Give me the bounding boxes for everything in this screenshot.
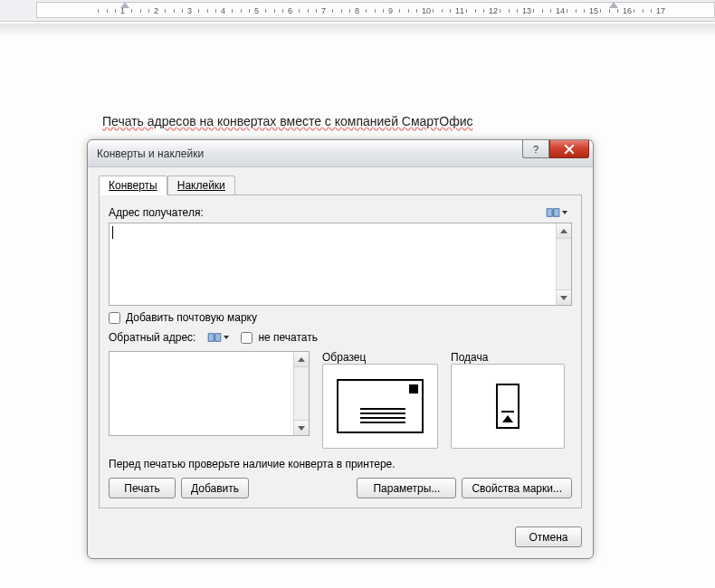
scroll-up-icon[interactable] (557, 223, 571, 239)
add-button[interactable]: Добавить (181, 478, 249, 498)
printer-hint-text: Перед печатью проверьте наличие конверта… (109, 458, 572, 470)
sample-label: Образец (322, 351, 438, 364)
scrollbar-vertical[interactable] (556, 223, 571, 305)
ruler-tick: 16 (623, 6, 632, 15)
add-stamp-checkbox[interactable]: Добавить почтовую марку (109, 311, 572, 324)
address-book-icon (207, 332, 222, 343)
tab-panel-envelopes: Адрес получателя: (99, 195, 582, 508)
options-button[interactable]: Параметры... (357, 478, 456, 498)
ruler-tick: 4 (221, 6, 225, 15)
return-address-label: Обратный адрес: (109, 331, 195, 344)
ruler-tick: 14 (556, 6, 565, 15)
svg-rect-0 (547, 209, 552, 217)
ruler-tick: 3 (187, 6, 192, 15)
recipient-address-textarea[interactable] (109, 223, 572, 306)
ruler-tick: 10 (422, 6, 431, 15)
ruler-tick: 17 (656, 6, 665, 15)
tab-strip: Конверты Наклейки (99, 175, 582, 195)
ruler-tick: 7 (321, 6, 326, 15)
horizontal-ruler: 1234567891011121314151617 (0, 0, 715, 22)
tab-envelopes[interactable]: Конверты (99, 175, 167, 195)
ruler-tick: 13 (522, 6, 531, 15)
ruler-tick: 12 (489, 6, 498, 15)
close-button[interactable] (549, 140, 589, 158)
feed-preview-button[interactable] (451, 364, 565, 449)
ruler-tick: 11 (455, 6, 464, 15)
ruler-tick: 5 (254, 6, 259, 15)
document-text-line[interactable]: Печать адресов на конвертах вместе с ком… (102, 114, 473, 128)
ruler-tick: 1 (120, 6, 125, 15)
svg-rect-3 (215, 334, 221, 342)
feed-label: Подача (451, 351, 565, 364)
close-icon (564, 144, 575, 155)
return-address-textarea[interactable] (109, 351, 310, 436)
feed-preview-icon (496, 384, 520, 429)
dialog-titlebar[interactable]: Конверты и наклейки ? (88, 140, 593, 167)
address-book-button[interactable] (541, 204, 572, 221)
ruler-tick: 15 (589, 6, 598, 15)
right-indent-marker-icon[interactable] (609, 2, 618, 8)
svg-rect-1 (554, 209, 559, 217)
print-button[interactable]: Печать (109, 478, 176, 498)
tab-labels[interactable]: Наклейки (167, 175, 235, 195)
return-address-book-button[interactable] (203, 329, 234, 346)
chevron-down-icon (224, 336, 229, 339)
ruler-tick: 6 (288, 6, 292, 15)
scroll-down-icon[interactable] (294, 420, 309, 435)
no-print-checkbox-input[interactable] (241, 332, 253, 344)
envelope-preview-button[interactable] (322, 364, 438, 449)
ruler-tick: 9 (388, 6, 393, 15)
help-button[interactable]: ? (522, 140, 549, 158)
chevron-down-icon (562, 211, 567, 214)
no-print-checkbox[interactable]: не печатать (241, 331, 318, 344)
dialog-title: Конверты и наклейки (97, 147, 204, 160)
add-stamp-label: Добавить почтовую марку (126, 311, 257, 324)
svg-rect-2 (209, 334, 214, 342)
scrollbar-vertical[interactable] (293, 352, 309, 435)
stamp-properties-button[interactable]: Свойства марки... (462, 478, 572, 498)
cancel-button[interactable]: Отмена (515, 526, 582, 547)
add-stamp-checkbox-input[interactable] (109, 312, 120, 324)
ruler-tick: 2 (154, 6, 158, 15)
scroll-down-icon[interactable] (557, 289, 571, 305)
envelope-preview-icon (337, 379, 424, 433)
ruler-tick: 8 (355, 6, 359, 15)
recipient-address-label: Адрес получателя: (109, 206, 204, 219)
address-book-icon (546, 207, 560, 218)
envelopes-labels-dialog: Конверты и наклейки ? Конверты Наклейки … (87, 139, 594, 559)
scroll-up-icon[interactable] (294, 352, 309, 367)
no-print-label: не печатать (258, 331, 318, 344)
